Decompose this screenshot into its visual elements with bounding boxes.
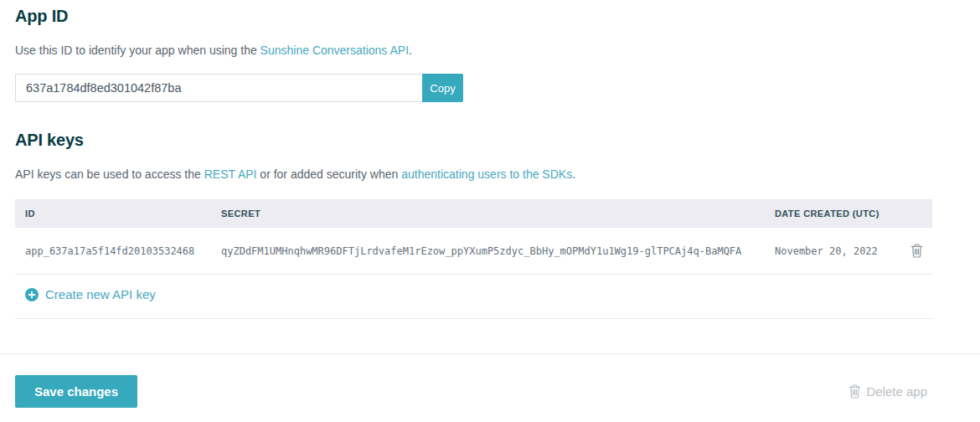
delete-app-button[interactable]: Delete app <box>843 383 932 399</box>
create-api-key-label: Create new API key <box>45 287 156 301</box>
rest-api-link[interactable]: REST API <box>204 167 257 181</box>
create-api-key-link[interactable]: Create new API key <box>25 287 156 301</box>
app-settings-page: App ID Use this ID to identify your app … <box>0 0 980 422</box>
footer-divider <box>0 353 980 354</box>
table-row: app_637a17a5f14fd20103532468 qyZDdFM1UMH… <box>15 228 932 275</box>
column-header-date-created: DATE CREATED (UTC) <box>765 208 899 219</box>
api-keys-description-part3: . <box>572 167 575 181</box>
create-api-key-row: Create new API key <box>15 275 932 319</box>
trash-icon <box>910 248 923 260</box>
api-key-id: app_637a17a5f14fd20103532468 <box>15 245 211 257</box>
app-id-title: App ID <box>15 0 932 26</box>
delete-app-label: Delete app <box>866 384 927 399</box>
api-key-secret: qyZDdFM1UMHnqhwMR96DFTjLrdvafeM1rEzow_pp… <box>211 245 765 257</box>
app-id-description: Use this ID to identify your app when us… <box>15 44 932 57</box>
delete-api-key-button[interactable] <box>909 242 925 260</box>
api-keys-description-part1: API keys can be used to access the <box>15 167 204 181</box>
app-id-input[interactable] <box>15 74 422 102</box>
footer-bar: Save changes Delete app <box>0 375 980 408</box>
api-key-actions <box>899 242 932 260</box>
column-header-secret: SECRET <box>211 208 765 219</box>
api-keys-description-part2: or for added security when <box>256 167 401 181</box>
copy-button[interactable]: Copy <box>422 74 463 102</box>
api-keys-title: API keys <box>15 102 932 150</box>
app-id-copy-group: Copy <box>15 74 463 102</box>
sunshine-conversations-api-link[interactable]: Sunshine Conversations API <box>260 44 409 57</box>
api-key-date-created: November 20, 2022 <box>765 245 899 257</box>
save-changes-button[interactable]: Save changes <box>15 375 137 408</box>
api-keys-table: ID SECRET DATE CREATED (UTC) app_637a17a… <box>15 199 932 319</box>
app-id-description-prefix: Use this ID to identify your app when us… <box>15 44 260 57</box>
table-header-row: ID SECRET DATE CREATED (UTC) <box>15 199 932 228</box>
plus-circle-icon <box>25 288 39 301</box>
trash-icon <box>848 384 861 399</box>
authenticating-users-link[interactable]: authenticating users to the SDKs <box>401 167 572 181</box>
api-keys-description: API keys can be used to access the REST … <box>15 167 932 181</box>
column-header-id: ID <box>15 208 211 219</box>
app-id-description-suffix: . <box>409 44 412 57</box>
